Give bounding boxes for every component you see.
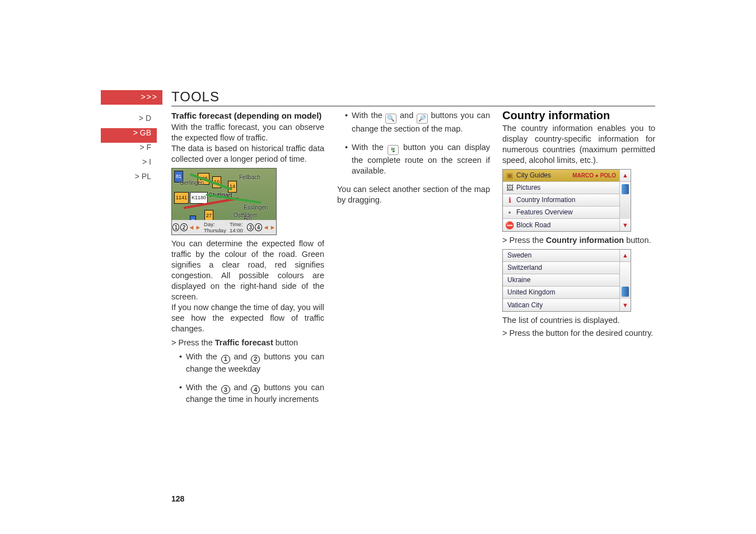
text: > Press the [171,338,215,347]
paragraph: You can determine the expected flow of t… [171,238,324,302]
bullet-dot: • [345,142,352,177]
paragraph: The country information enables you to d… [502,123,655,166]
header-rule [171,106,655,106]
country-label: Ukraine [503,275,619,285]
menu-rows: ▣ City Guides MARCO ● POLO 🖼 Pictures ℹ … [503,170,619,231]
map-btn-3: 3 [247,223,254,231]
paragraph: With the traffic forecast, you can obser… [171,122,324,143]
column-3: Country information The country informat… [502,110,655,339]
language-sidebar: > D > GB > F > I > PL [101,114,157,186]
menu-label: Pictures [516,182,619,193]
instruction-line: > Press the Traffic forecast button [171,338,324,348]
text: With the [352,111,385,120]
roadtag-K1180: K1180 [190,192,208,204]
text: button. [624,236,651,245]
arrow-left-icon: ◄ [188,222,195,233]
country-item-sweden: Sweden [503,250,619,262]
circle-2-icon: 2 [251,355,260,364]
scroll-up-icon: ▲ [620,170,631,182]
menu-item-pictures: 🖼 Pictures [503,182,619,194]
scroll-thumb [622,287,629,297]
column-1: Traffic forecast (depending on model) Wi… [171,110,324,408]
menu-label: Block Road [516,220,619,231]
arrow-right-icon: ► [269,222,276,233]
instruction-line: > Press the Country information button. [502,235,655,246]
bullet-item: • With the 1 and 2 buttons you can chang… [179,352,324,374]
heading-country-information: Country information [502,110,655,121]
lang-f: > F [101,143,157,157]
circle-3-icon: 3 [221,385,230,394]
map-day-label: Day: [204,221,215,227]
route-overview-icon: ↯ [388,145,399,155]
map-day-value: Thursday [204,227,226,233]
map-btn-1: 1 [172,223,179,231]
lang-i: > I [101,157,157,172]
paragraph: You can select another section of the ma… [337,184,490,205]
bullet-dot: • [179,382,186,405]
menu-item-features-overview: ▪ Features Overview [503,207,619,219]
menu-label: Country Information [516,195,619,205]
bullet-text: With the 1 and 2 buttons you can change … [186,352,324,374]
zoom-out-icon: 🔎 [417,114,428,124]
map-time-label: Time: [230,221,242,227]
menu-scrollbar: ▲ ▼ [619,170,631,231]
scroll-track [620,262,631,299]
menu-item-city-guides: ▣ City Guides MARCO ● POLO [503,170,619,182]
menu-scrollbar: ▲ ▼ [619,250,631,311]
page-number: 128 [171,494,184,503]
country-item-ukraine: Ukraine [503,274,619,287]
bullet-text: With the ↯ button you can display the co… [352,142,490,177]
picture-icon: 🖼 [503,182,516,193]
menu-screenshot-2: Sweden Switzerland Ukraine United Kingdo… [502,249,631,312]
country-item-switzerland: Switzerland [503,262,619,274]
lang-gb: > GB [101,128,157,143]
paragraph: The list of countries is displayed. [502,315,655,326]
marco-polo-brand: MARCO ● POLO [572,170,619,181]
map-btn-4: 4 [255,223,262,231]
lang-pl: > PL [101,172,157,186]
text: button [273,338,298,347]
menu-item-country-information: ℹ Country Information [503,194,619,207]
city-fellbach: Fellbach [239,172,260,182]
menu-label: City Guides [516,170,572,181]
section-heading-traffic-forecast: Traffic forecast (depending on model) [171,110,324,121]
menu-item-block-road: ⛔ Block Road [503,219,619,231]
circle-1-icon: 1 [221,355,230,364]
text: > Press the [502,236,546,245]
map-day: Day: Thursday [202,221,226,233]
chapter-title: TOOLS [171,89,220,105]
bullet-dot: • [179,352,186,374]
header-chevrons: >>> [101,90,162,105]
country-label: Switzerland [503,263,619,273]
country-label: Sweden [503,250,619,261]
country-label: United Kingdom [503,287,619,298]
menu-label: Features Overview [516,207,619,218]
text: With the [186,383,221,392]
menu-screenshot-1: ▣ City Guides MARCO ● POLO 🖼 Pictures ℹ … [502,169,631,232]
bullet-text: With the 🔍 and 🔎 buttons you can change … [352,110,490,134]
arrow-left-icon: ◄ [263,222,269,233]
bullet-dot: • [345,110,352,134]
map-time: Time: 14:00 [226,221,246,233]
scroll-up-icon: ▲ [620,250,631,262]
scroll-down-icon: ▼ [620,219,631,231]
zoom-in-icon: 🔍 [385,114,396,124]
block-icon: ⛔ [503,220,516,231]
text: and [230,383,251,392]
scroll-track [620,182,631,219]
map-bottom-bar: 1 2 ◄ ► Day: Thursday Time: 14:00 3 4 ◄ … [172,220,276,235]
arrow-right-icon: ► [195,222,202,233]
paragraph: If you now change the time of day, you w… [171,302,324,334]
map-btn-2: 2 [180,223,187,231]
text: With the [186,352,221,361]
country-label: Vatican City [503,300,619,311]
menu-rows: Sweden Switzerland Ukraine United Kingdo… [503,250,619,311]
bullet-item: • With the 🔍 and 🔎 buttons you can chang… [345,110,490,134]
info-icon: ℹ [503,195,516,205]
instruction-line: > Press the button for the desired count… [502,328,655,339]
circle-4-icon: 4 [251,385,260,394]
country-item-vatican-city: Vatican City [503,299,619,311]
scroll-down-icon: ▼ [620,299,631,311]
bullet-item: • With the ↯ button you can display the … [345,142,490,177]
column-2: • With the 🔍 and 🔎 buttons you can chang… [337,110,490,205]
